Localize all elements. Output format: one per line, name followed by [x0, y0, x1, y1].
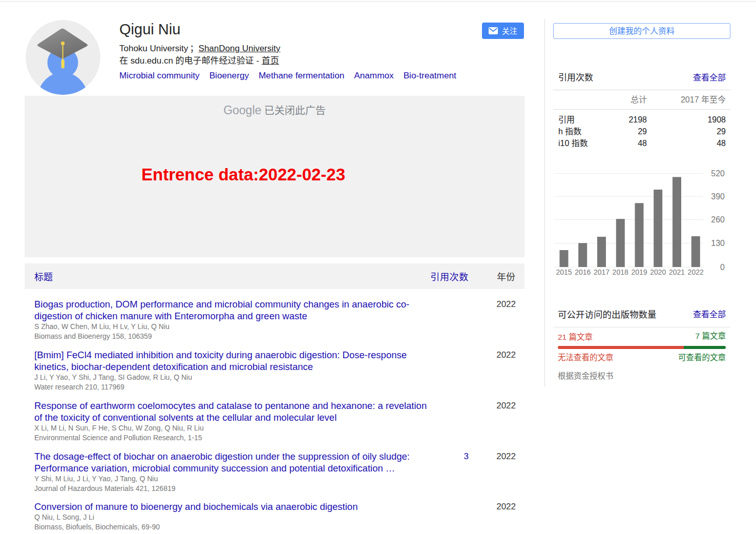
- svg-text:2015: 2015: [556, 268, 572, 276]
- svg-text:260: 260: [711, 215, 725, 224]
- svg-text:2018: 2018: [613, 268, 628, 276]
- svg-text:390: 390: [711, 192, 725, 201]
- svg-text:2016: 2016: [575, 268, 591, 276]
- svg-text:520: 520: [711, 169, 725, 178]
- svg-text:2019: 2019: [631, 268, 647, 276]
- svg-text:2021: 2021: [669, 268, 685, 276]
- svg-text:2020: 2020: [650, 268, 666, 276]
- svg-text:2022: 2022: [688, 268, 704, 276]
- svg-text:130: 130: [711, 239, 725, 248]
- svg-text:2017: 2017: [594, 268, 610, 276]
- svg-text:0: 0: [720, 263, 725, 272]
